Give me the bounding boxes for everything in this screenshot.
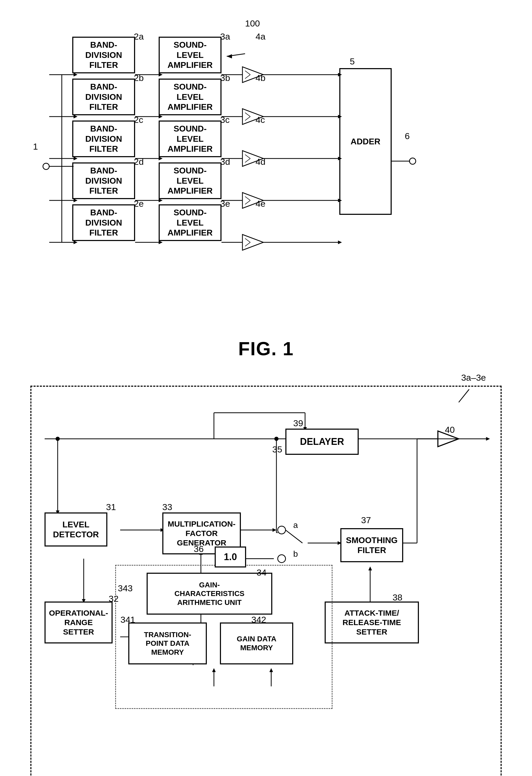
bdf-2c: BAND-DIVISIONFILTER	[72, 121, 135, 157]
ref-2e: 2e	[134, 199, 144, 209]
ref-341: 341	[120, 615, 136, 625]
ref-39: 39	[293, 418, 303, 428]
svg-marker-55	[338, 240, 342, 244]
svg-marker-81	[368, 566, 372, 570]
ref-4c: 4c	[256, 115, 265, 125]
svg-marker-13	[73, 199, 77, 202]
ref-5: 5	[350, 56, 355, 66]
ref-3c: 3c	[220, 115, 230, 125]
bdf-2a: BAND-DIVISIONFILTER	[72, 37, 135, 73]
ref-2b: 2b	[134, 73, 144, 83]
svg-marker-61	[486, 437, 490, 441]
ref-3a-3e: 3a–3e	[461, 373, 486, 383]
svg-marker-21	[159, 157, 163, 160]
svg-line-97	[286, 530, 303, 543]
ref-6: 6	[405, 131, 410, 141]
svg-line-46	[245, 196, 250, 200]
svg-marker-17	[159, 73, 163, 76]
sla-3e: SOUND-LEVELAMPLIFIER	[159, 204, 222, 241]
ref-1: 1	[33, 142, 38, 152]
ref-342: 342	[251, 615, 266, 625]
ref-4d: 4d	[256, 157, 265, 167]
svg-point-2	[43, 163, 49, 170]
ref-31: 31	[106, 502, 116, 512]
ref-3b: 3b	[220, 73, 230, 83]
smoothing-filter: SMOOTHINGFILTER	[340, 528, 403, 562]
bdf-2b: BAND-DIVISIONFILTER	[72, 78, 135, 115]
svg-line-34	[245, 113, 250, 117]
ref-38: 38	[392, 592, 403, 603]
svg-line-28	[245, 71, 250, 75]
svg-marker-6	[73, 73, 77, 76]
level-detector: LEVELDETECTOR	[44, 513, 107, 547]
svg-point-57	[410, 158, 416, 164]
operational-range-setter: OPERATIONAL-RANGESETTER	[44, 601, 112, 643]
ref-35: 35	[272, 444, 282, 454]
ref-100: 100	[245, 18, 260, 29]
ref-343: 343	[118, 583, 133, 593]
sla-3d: SOUND-LEVELAMPLIFIER	[159, 162, 222, 199]
switch-b-label: b	[293, 549, 298, 559]
attack-time-setter: ATTACK-TIME/RELEASE-TIMESETTER	[325, 601, 419, 643]
svg-marker-23	[159, 199, 163, 202]
gain-char-arith: GAIN-CHARACTERISTICSARITHMETIC UNIT	[147, 573, 272, 615]
svg-line-52	[245, 238, 250, 242]
svg-line-0	[227, 54, 245, 56]
ref-2c: 2c	[134, 115, 143, 125]
ref-3e: 3e	[220, 199, 230, 209]
ref-4a: 4a	[256, 31, 265, 42]
bdf-2d: BAND-DIVISIONFILTER	[72, 162, 135, 199]
fig1-caption: FIG. 1	[21, 338, 511, 359]
svg-marker-1	[227, 54, 232, 58]
svg-marker-19	[159, 115, 163, 119]
switch-a-label: a	[293, 520, 298, 530]
svg-line-40	[245, 155, 250, 159]
svg-point-83	[274, 437, 279, 441]
val-10-box: 1.0	[215, 547, 246, 567]
page: 100 1 BAND-DIVISIONFILTER 2a SOUND-LEVEL…	[0, 0, 532, 776]
svg-line-58	[459, 389, 469, 402]
sla-3a: SOUND-LEVELAMPLIFIER	[159, 37, 222, 73]
ref-4e: 4e	[256, 199, 265, 209]
svg-marker-51	[242, 234, 263, 250]
svg-marker-11	[73, 157, 77, 160]
trans-point-mem: TRANSITION-POINT DATAMEMORY	[128, 622, 207, 664]
svg-line-29	[245, 75, 250, 78]
svg-line-35	[245, 117, 250, 121]
sla-3b: SOUND-LEVELAMPLIFIER	[159, 78, 222, 115]
svg-marker-25	[159, 240, 163, 244]
fig1-diagram: 100 1 BAND-DIVISIONFILTER 2a SOUND-LEVEL…	[30, 16, 502, 317]
svg-marker-15	[73, 240, 77, 244]
ref-3d: 3d	[220, 157, 230, 167]
ref-3a: 3a	[220, 31, 230, 42]
ref-40: 40	[445, 425, 455, 435]
svg-line-53	[245, 242, 250, 246]
svg-point-95	[278, 526, 286, 534]
svg-point-96	[278, 555, 286, 563]
svg-point-60	[55, 437, 60, 441]
ref-2d: 2d	[134, 157, 144, 167]
svg-line-41	[245, 159, 250, 162]
adder-5: ADDER	[339, 68, 392, 215]
ref-2a: 2a	[134, 31, 144, 42]
svg-marker-72	[273, 528, 276, 532]
svg-marker-9	[73, 115, 77, 119]
ref-4b: 4b	[256, 73, 265, 83]
ref-33: 33	[162, 502, 172, 512]
sla-3c: SOUND-LEVELAMPLIFIER	[159, 121, 222, 157]
ref-36: 36	[194, 544, 204, 554]
svg-line-47	[245, 200, 250, 204]
ref-37: 37	[361, 515, 371, 525]
fig2-outer-box: DELAYER 39 40 SMOOTHINGFILTER 37 ATTACK-…	[30, 386, 502, 776]
bdf-2e: BAND-DIVISIONFILTER	[72, 204, 135, 241]
fig2-wrapper: 3a–3e	[30, 386, 502, 776]
gain-data-mem: GAIN DATAMEMORY	[220, 622, 293, 664]
delayer-box: DELAYER	[285, 429, 359, 455]
ref-34: 34	[257, 567, 267, 578]
